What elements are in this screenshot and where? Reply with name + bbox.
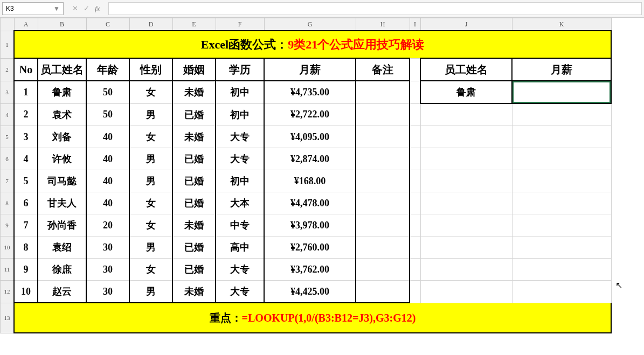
cell-no[interactable]: 9: [14, 259, 38, 281]
cell[interactable]: [420, 214, 512, 236]
cell-age[interactable]: 30: [86, 259, 129, 281]
cell-marriage[interactable]: 已婚: [172, 148, 216, 170]
footer-cell[interactable]: 重点：=LOOKUP(1,0/(B3:B12=J3),G3:G12): [14, 303, 611, 333]
cell[interactable]: [410, 236, 420, 259]
cell-no[interactable]: 6: [14, 192, 38, 214]
cell-salary[interactable]: ¥3,762.00: [264, 259, 356, 281]
cell[interactable]: [420, 126, 512, 148]
cell-edu[interactable]: 大专: [216, 259, 264, 281]
col-header[interactable]: I: [410, 18, 420, 31]
cell-salary[interactable]: ¥4,425.00: [264, 281, 356, 303]
cell[interactable]: [410, 214, 420, 236]
cell-marriage[interactable]: 未婚: [172, 126, 216, 148]
cell-sex[interactable]: 女: [129, 126, 172, 148]
cell[interactable]: [420, 259, 512, 281]
cell-salary[interactable]: ¥2,874.00: [264, 148, 356, 170]
cell-no[interactable]: 4: [14, 148, 38, 170]
cell-name[interactable]: 司马懿: [38, 170, 86, 192]
name-box-dropdown-icon[interactable]: ▼: [53, 5, 60, 12]
header-name[interactable]: 员工姓名: [38, 58, 86, 81]
cell[interactable]: [410, 281, 420, 303]
cell-age[interactable]: 40: [86, 170, 129, 192]
cell-salary[interactable]: ¥2,760.00: [264, 236, 356, 259]
cell-sex[interactable]: 男: [129, 281, 172, 303]
cell-name[interactable]: 赵云: [38, 281, 86, 303]
cell-salary[interactable]: ¥168.00: [264, 170, 356, 192]
side-header-salary[interactable]: 月薪: [512, 58, 611, 81]
cell-remark[interactable]: [356, 81, 410, 103]
cell-sex[interactable]: 女: [129, 81, 172, 103]
cell[interactable]: [512, 126, 611, 148]
col-header[interactable]: B: [38, 18, 86, 31]
cell-age[interactable]: 40: [86, 126, 129, 148]
cell-sex[interactable]: 男: [129, 148, 172, 170]
cell-name[interactable]: 许攸: [38, 148, 86, 170]
cell-no[interactable]: 1: [14, 81, 38, 103]
header-edu[interactable]: 学历: [216, 58, 264, 81]
row-header[interactable]: 7: [1, 170, 15, 192]
cell-edu[interactable]: 中专: [216, 214, 264, 236]
cell-marriage[interactable]: 已婚: [172, 103, 216, 126]
cell[interactable]: [420, 236, 512, 259]
cell[interactable]: [512, 236, 611, 259]
cell-no[interactable]: 5: [14, 170, 38, 192]
cell-marriage[interactable]: 已婚: [172, 192, 216, 214]
cell-sex[interactable]: 女: [129, 214, 172, 236]
cell-age[interactable]: 50: [86, 103, 129, 126]
header-salary[interactable]: 月薪: [264, 58, 356, 81]
cell[interactable]: [420, 103, 512, 126]
cell-no[interactable]: 7: [14, 214, 38, 236]
cell[interactable]: [512, 259, 611, 281]
cell[interactable]: [512, 192, 611, 214]
cell-name[interactable]: 袁术: [38, 103, 86, 126]
row-header[interactable]: 10: [1, 236, 15, 259]
name-box[interactable]: K3 ▼: [2, 2, 64, 15]
cell-remark[interactable]: [356, 281, 410, 303]
row-header[interactable]: 9: [1, 214, 15, 236]
cell-name[interactable]: 袁绍: [38, 236, 86, 259]
cell-sex[interactable]: 女: [129, 192, 172, 214]
fx-icon[interactable]: fx: [95, 4, 100, 13]
formula-input[interactable]: [108, 2, 642, 15]
cell-sex[interactable]: 男: [129, 170, 172, 192]
col-header[interactable]: G: [264, 18, 356, 31]
cell-edu[interactable]: 初中: [216, 103, 264, 126]
cell[interactable]: [410, 81, 420, 103]
header-remark[interactable]: 备注: [356, 58, 410, 81]
cell-name[interactable]: 刘备: [38, 126, 86, 148]
cell-remark[interactable]: [356, 214, 410, 236]
row-header[interactable]: 6: [1, 148, 15, 170]
cell-no[interactable]: 10: [14, 281, 38, 303]
cell-name[interactable]: 徐庶: [38, 259, 86, 281]
cell-marriage[interactable]: 未婚: [172, 281, 216, 303]
cell[interactable]: [420, 281, 512, 303]
select-all-corner[interactable]: [1, 18, 15, 31]
header-marriage[interactable]: 婚姻: [172, 58, 216, 81]
col-header[interactable]: H: [356, 18, 410, 31]
cell-salary[interactable]: ¥2,722.00: [264, 103, 356, 126]
cell[interactable]: [512, 214, 611, 236]
cell-age[interactable]: 30: [86, 236, 129, 259]
cell-remark[interactable]: [356, 170, 410, 192]
row-header[interactable]: 11: [1, 259, 15, 281]
row-header[interactable]: 13: [1, 303, 15, 333]
cell[interactable]: [410, 58, 420, 81]
header-sex[interactable]: 性别: [129, 58, 172, 81]
cell[interactable]: [420, 170, 512, 192]
cell[interactable]: [410, 170, 420, 192]
title-cell[interactable]: Excel函数公式：9类21个公式应用技巧解读: [14, 31, 611, 58]
cell[interactable]: [410, 192, 420, 214]
col-header[interactable]: C: [86, 18, 129, 31]
spreadsheet-grid[interactable]: A B C D E F G H I J K 1 Excel函数公式：9类21个公…: [0, 18, 644, 333]
row-header[interactable]: 8: [1, 192, 15, 214]
cell-no[interactable]: 2: [14, 103, 38, 126]
cell-remark[interactable]: [356, 192, 410, 214]
col-header[interactable]: E: [172, 18, 216, 31]
cell[interactable]: [410, 148, 420, 170]
cell-marriage[interactable]: 未婚: [172, 81, 216, 103]
cell-sex[interactable]: 男: [129, 103, 172, 126]
row-header[interactable]: 1: [1, 31, 15, 58]
side-name-value[interactable]: 鲁肃: [420, 81, 512, 103]
row-header[interactable]: 12: [1, 281, 15, 303]
cell-remark[interactable]: [356, 126, 410, 148]
